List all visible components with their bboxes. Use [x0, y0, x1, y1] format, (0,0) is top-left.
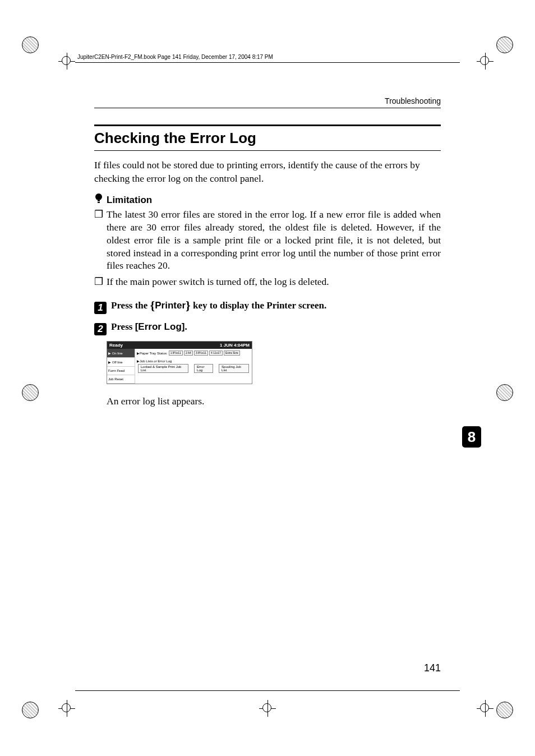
svg-rect-1	[98, 200, 100, 201]
bullet-icon: ❒	[94, 275, 103, 288]
page-number: 141	[424, 662, 441, 674]
reg-mark-icon	[20, 35, 40, 55]
panel-formfeed-button[interactable]: Form Feed	[107, 367, 135, 375]
tray-slot: Extra Size	[224, 351, 240, 356]
joblist-label: ▶Job Lists or Error Log	[137, 359, 250, 363]
step-one-text: Press the {Printer} key to display the P…	[111, 297, 326, 312]
panel-clock: 1 JUN 4:04PM	[220, 343, 250, 348]
breadcrumb-underline	[94, 108, 441, 108]
crop-line	[75, 62, 460, 63]
panel-caption: An error log list appears.	[107, 395, 441, 407]
step-one-icon: 1	[94, 302, 107, 314]
step-two-icon: 2	[94, 323, 107, 335]
limitation-item: The latest 30 error files are stored in …	[107, 208, 441, 272]
reg-mark-icon	[20, 382, 40, 403]
panel-online-button[interactable]: ▶ On line	[107, 349, 135, 358]
svg-point-0	[95, 193, 102, 200]
reg-mark-icon	[495, 700, 515, 720]
book-meta: JupiterC2EN-Print-F2_FM.book Page 141 Fr…	[77, 54, 273, 60]
heading-rule	[94, 150, 441, 151]
heading-rule	[94, 125, 441, 126]
reg-mark-icon	[20, 700, 40, 720]
tray-label: ▶Paper Tray Status:	[137, 351, 168, 355]
chapter-tab: 8	[462, 426, 481, 448]
tray-slot: 1 8½x11	[169, 351, 183, 356]
panel-jobreset-button[interactable]: Job Reset	[107, 375, 135, 384]
page-title: Checking the Error Log	[94, 130, 441, 147]
tray-slot: 4 11x17	[209, 351, 223, 356]
bulb-icon	[94, 193, 103, 207]
printer-panel: Ready 1 JUN 4:04PM ▶ On line ▶ Off line …	[107, 341, 252, 384]
limitation-item: If the main power switch is turned off, …	[107, 275, 329, 288]
tray-slot: 3 8½x11	[194, 351, 208, 356]
breadcrumb: Troubleshooting	[385, 96, 441, 105]
svg-rect-2	[98, 202, 100, 203]
panel-status: Ready	[109, 343, 123, 348]
locked-joblist-button[interactable]: Locked & Sample Print Job List	[138, 364, 188, 373]
step-two-text: Press [Error Log].	[111, 321, 187, 333]
reg-mark-icon	[495, 35, 515, 55]
tray-slot: 2 A4	[184, 351, 193, 356]
reg-mark-icon	[495, 382, 515, 403]
crop-line	[75, 690, 460, 691]
intro-paragraph: If files could not be stored due to prin…	[94, 159, 441, 185]
error-log-button[interactable]: Error Log	[194, 364, 213, 373]
spool-joblist-button[interactable]: Spooling Job List	[219, 364, 249, 373]
limitation-label: Limitation	[107, 195, 152, 206]
bullet-icon: ❒	[94, 208, 103, 272]
panel-offline-button[interactable]: ▶ Off line	[107, 358, 135, 367]
